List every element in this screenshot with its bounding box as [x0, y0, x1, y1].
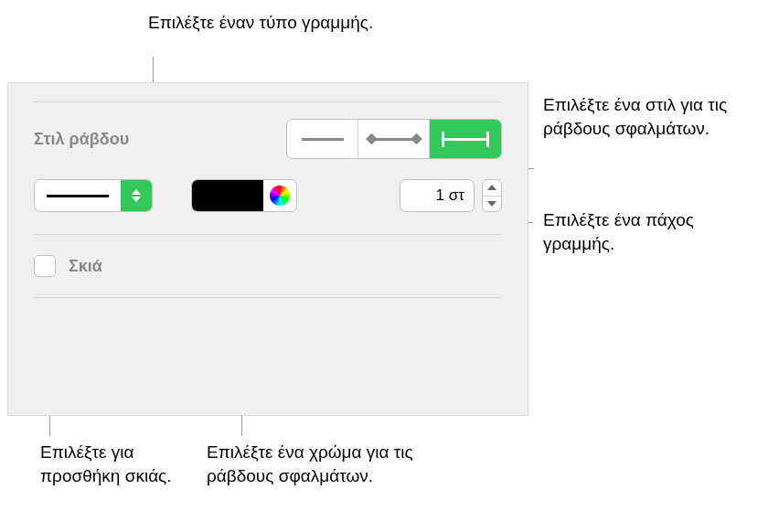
divider: [34, 101, 502, 102]
line-width-stepper: [482, 179, 502, 212]
bar-diamond-glyph-icon: [370, 138, 418, 141]
solid-line-icon: [47, 195, 109, 197]
bar-style-label: Στιλ ράβδου: [34, 130, 129, 149]
stepper-down-button[interactable]: [483, 196, 501, 212]
chevron-down-icon: [132, 197, 141, 202]
stepper-up-button[interactable]: [483, 180, 501, 196]
line-width-field[interactable]: 1 στ: [400, 179, 475, 212]
callout-bar-style: Επιλέξτε ένα στιλ για τις ράβδους σφαλμά…: [543, 93, 763, 140]
divider: [34, 297, 502, 298]
color-control: [191, 179, 297, 212]
chevron-up-icon: [132, 189, 141, 195]
color-wheel-icon: [270, 186, 290, 206]
shadow-label: Σκιά: [69, 257, 102, 276]
segment-line[interactable]: [287, 120, 358, 158]
callout-line-width: Επιλέξτε ένα πάχος γραμμής.: [543, 208, 763, 255]
shadow-checkbox[interactable]: [34, 255, 56, 277]
segment-bar-diamond[interactable]: [358, 120, 430, 158]
chevron-up-icon: [487, 185, 496, 190]
line-width-control: 1 στ: [400, 179, 502, 212]
line-type-dropdown-button[interactable]: [121, 180, 152, 211]
divider: [34, 234, 502, 235]
callout-shadow: Επιλέξτε για προσθήκη σκιάς.: [40, 441, 200, 487]
line-glyph-icon: [302, 138, 344, 141]
chevron-down-icon: [487, 201, 496, 207]
shadow-row: Σκιά: [34, 255, 502, 277]
callout-color: Επιλέξτε ένα χρώμα για τις ράβδους σφαλμ…: [207, 441, 435, 487]
color-wheel-button[interactable]: [263, 179, 296, 212]
color-swatch[interactable]: [192, 180, 263, 211]
line-type-popup[interactable]: [34, 179, 153, 212]
inspector-panel: Στιλ ράβδου: [7, 82, 528, 416]
line-controls-row: 1 στ: [34, 179, 502, 212]
line-type-preview: [35, 195, 121, 197]
bar-caps-glyph-icon: [442, 138, 489, 141]
bar-style-row: Στιλ ράβδου: [34, 119, 502, 159]
segment-bar-caps[interactable]: [430, 120, 501, 158]
callout-line-type: Επιλέξτε έναν τύπο γραμμής.: [148, 11, 373, 35]
bar-style-segmented: [286, 119, 502, 159]
